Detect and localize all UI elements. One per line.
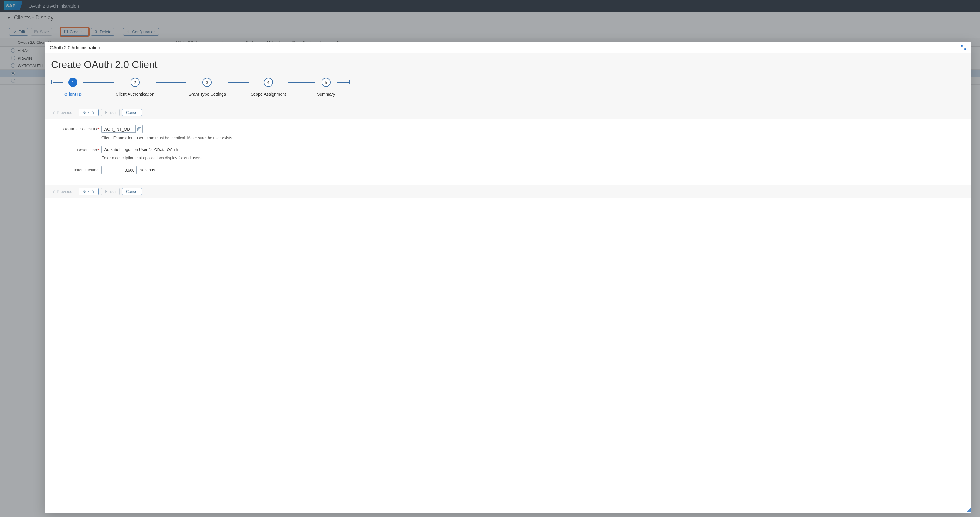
step-client-id[interactable]: 1 Client ID <box>64 78 82 97</box>
token-lifetime-input[interactable] <box>102 166 137 174</box>
dialog-title: OAuth 2.0 Administration <box>50 45 100 50</box>
step-number: 4 <box>264 78 273 87</box>
previous-button: Previous <box>49 188 76 195</box>
finish-button: Finish <box>101 188 119 195</box>
expand-icon[interactable] <box>961 45 966 50</box>
chevron-right-icon <box>92 111 95 114</box>
next-button[interactable]: Next <box>79 188 99 195</box>
step-label: Client ID <box>64 92 82 97</box>
cancel-button[interactable]: Cancel <box>122 188 142 195</box>
step-summary[interactable]: 5 Summary <box>317 78 335 97</box>
next-label: Next <box>83 110 91 115</box>
chevron-left-icon <box>52 111 56 114</box>
step-label: Scope Assignment <box>251 92 286 97</box>
token-lifetime-label: Token Lifetime: <box>51 166 102 174</box>
client-id-label: OAuth 2.0 Client ID:* <box>51 125 102 133</box>
chevron-right-icon <box>92 190 95 193</box>
next-label: Next <box>83 189 91 194</box>
finish-label: Finish <box>105 110 116 115</box>
chevron-left-icon <box>52 190 56 193</box>
wizard-form: OAuth 2.0 Client ID:* Client ID and clie… <box>45 119 971 185</box>
description-label: Description:* <box>51 146 102 154</box>
finish-button: Finish <box>101 109 119 116</box>
finish-label: Finish <box>105 189 116 194</box>
client-id-hint: Client ID and client user name must be i… <box>102 134 233 144</box>
wizard-stepper: 1 Client ID 2 Client Authentication 3 Gr… <box>45 78 971 97</box>
wizard-title: Create OAuth 2.0 Client <box>45 59 971 78</box>
step-label: Grant Type Settings <box>188 92 226 97</box>
step-grant-type[interactable]: 3 Grant Type Settings <box>188 78 226 97</box>
previous-label: Previous <box>57 110 72 115</box>
step-client-auth[interactable]: 2 Client Authentication <box>116 78 154 97</box>
cancel-label: Cancel <box>126 189 138 194</box>
description-input[interactable] <box>102 146 189 153</box>
cancel-button[interactable]: Cancel <box>122 109 142 116</box>
svg-rect-2 <box>138 127 140 130</box>
create-client-dialog: OAuth 2.0 Administration Create OAuth 2.… <box>45 41 971 513</box>
value-help-button[interactable] <box>135 125 143 133</box>
next-button[interactable]: Next <box>79 109 99 116</box>
client-id-input[interactable] <box>102 126 135 133</box>
step-number: 5 <box>321 78 331 87</box>
wizard-buttons-top: Previous Next Finish Cancel <box>45 106 971 119</box>
previous-label: Previous <box>57 189 72 194</box>
step-number: 1 <box>68 78 77 87</box>
step-number: 2 <box>130 78 140 87</box>
step-scope[interactable]: 4 Scope Assignment <box>251 78 286 97</box>
token-unit: seconds <box>140 166 155 174</box>
description-hint: Enter a description that applications di… <box>102 154 202 164</box>
value-help-icon <box>137 127 141 131</box>
resize-handle[interactable] <box>966 508 970 512</box>
svg-rect-1 <box>137 128 140 131</box>
cancel-label: Cancel <box>126 110 138 115</box>
step-label: Summary <box>317 92 335 97</box>
step-number: 3 <box>202 78 212 87</box>
dialog-header: OAuth 2.0 Administration <box>45 41 971 53</box>
step-label: Client Authentication <box>116 92 154 97</box>
previous-button: Previous <box>49 109 76 116</box>
wizard-buttons-bottom: Previous Next Finish Cancel <box>45 185 971 198</box>
wizard-header: Create OAuth 2.0 Client 1 Client ID 2 Cl… <box>45 53 971 106</box>
